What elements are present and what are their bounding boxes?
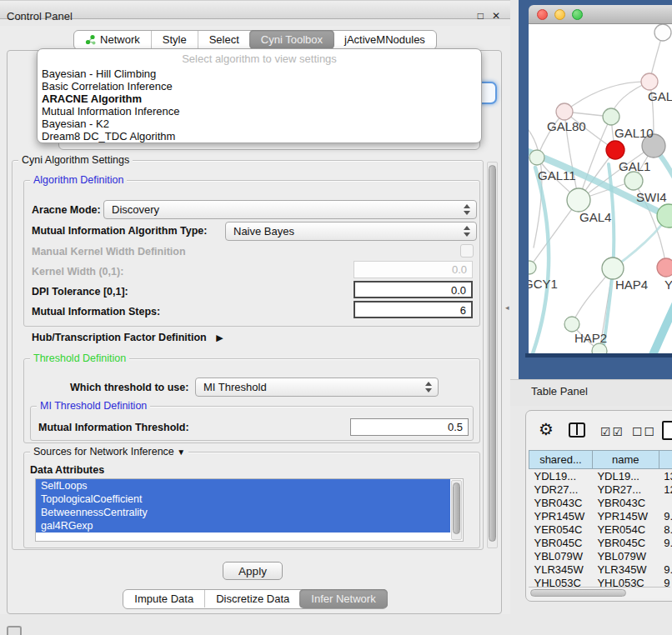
select-all-icon[interactable]: ☑☑ <box>600 425 624 438</box>
mi-steps-field[interactable]: 6 <box>354 301 473 318</box>
dropdown-item[interactable]: Bayesian - K2 <box>38 118 481 130</box>
network-node[interactable] <box>602 258 624 279</box>
network-node[interactable] <box>556 103 573 120</box>
network-node[interactable] <box>657 258 672 277</box>
table-cell[interactable]: 9. <box>659 562 672 576</box>
table-row[interactable]: YBL079WYBL079W <box>529 549 672 562</box>
table-cell[interactable]: 13 <box>659 469 672 483</box>
table-row[interactable]: YHL053CYHL053C9 <box>529 576 672 587</box>
table-cell[interactable]: 9. <box>659 509 672 522</box>
table-cell[interactable]: YPR145W <box>529 509 593 522</box>
dropdown-item[interactable]: Bayesian - Hill Climbing <box>38 68 481 80</box>
table-cell[interactable]: YLR345W <box>529 562 593 576</box>
table-cell[interactable]: YPR145W <box>592 509 659 522</box>
kernel-width-field[interactable]: 0.0 <box>354 261 473 278</box>
table-cell[interactable]: YBL079W <box>592 549 659 562</box>
tab-network[interactable]: Network <box>74 31 151 48</box>
dropdown-item[interactable]: Dream8 DC_TDC Algorithm <box>38 130 481 142</box>
network-edge[interactable] <box>564 82 649 112</box>
network-graph[interactable]: GALGAL80GAL10GAL1GAL11SWI4GAL4GCY1HAP4YH… <box>529 24 672 353</box>
table-cell[interactable]: YHL053C <box>592 576 659 587</box>
column-header-shared-name[interactable]: shared... <box>529 451 593 469</box>
table-cell[interactable]: 9 <box>659 576 672 587</box>
table-row[interactable]: YBR043CYBR043C <box>529 496 672 509</box>
which-threshold-combo[interactable]: MI Threshold <box>195 378 439 397</box>
table-cell[interactable]: YER054C <box>592 522 659 536</box>
table-cell[interactable]: YBR043C <box>592 496 659 509</box>
tab-infer-network[interactable]: Infer Network <box>299 589 387 608</box>
tab-impute-data[interactable]: Impute Data <box>123 590 204 608</box>
table-cell[interactable]: YBR043C <box>529 496 593 509</box>
table-cell[interactable]: 8. <box>659 522 672 536</box>
deselect-all-icon[interactable]: ☐☐ <box>632 425 656 438</box>
table-row[interactable]: YPR145WYPR145W9. <box>529 509 672 522</box>
network-node[interactable] <box>657 204 672 228</box>
columns-icon[interactable] <box>569 422 585 438</box>
table-cell[interactable]: YER054C <box>529 522 593 536</box>
table-cell[interactable]: 12 <box>659 482 672 496</box>
dpi-tolerance-field[interactable]: 0.0 <box>354 281 473 298</box>
table-cell[interactable]: YBR045C <box>592 536 659 549</box>
list-item[interactable]: SelfLoops <box>36 479 450 492</box>
document-icon[interactable] <box>662 421 672 440</box>
network-node[interactable] <box>606 141 624 159</box>
table-row[interactable]: YER054CYER054C8. <box>529 522 672 536</box>
table-cell[interactable]: YBL079W <box>529 549 593 562</box>
attributes-scrollbar[interactable] <box>451 480 462 540</box>
network-edge[interactable] <box>649 291 672 353</box>
tab-discretize-data[interactable]: Discretize Data <box>204 590 300 608</box>
tab-style[interactable]: Style <box>151 31 198 48</box>
table-cell[interactable] <box>659 496 672 509</box>
table-cell[interactable]: YHL053C <box>529 576 593 587</box>
tab-cyni-toolbox[interactable]: Cyni Toolbox <box>249 30 334 49</box>
splitter-collapse-icon[interactable]: ◂ <box>505 303 509 312</box>
network-node[interactable] <box>564 317 579 332</box>
table-cell[interactable]: YDL19... <box>529 469 593 483</box>
table-cell[interactable]: YDR27... <box>529 482 593 496</box>
table-row[interactable]: YDL19...YDL19...13 <box>529 469 672 483</box>
network-node[interactable] <box>654 24 671 41</box>
network-node[interactable] <box>624 172 643 190</box>
close-traffic-light-icon[interactable] <box>537 9 548 20</box>
dropdown-item[interactable]: Basic Correlation Inference <box>38 80 481 92</box>
apply-button[interactable]: Apply <box>223 562 283 580</box>
table-row[interactable]: YBR045CYBR045C9. <box>529 536 672 549</box>
network-canvas[interactable]: GALGAL80GAL10GAL1GAL11SWI4GAL4GCY1HAP4YH… <box>529 24 672 353</box>
scrollbar-thumb[interactable] <box>489 165 496 542</box>
tab-select[interactable]: Select <box>198 31 250 48</box>
chevron-right-icon[interactable]: ▶ <box>216 332 223 343</box>
network-node[interactable] <box>641 73 658 90</box>
list-item[interactable]: TopologicalCoefficient <box>36 492 450 506</box>
minimize-traffic-light-icon[interactable] <box>554 9 565 20</box>
float-window-icon[interactable]: □ <box>478 10 484 22</box>
scrollbar-thumb[interactable] <box>530 589 626 597</box>
network-node[interactable] <box>529 150 544 165</box>
scrollbar-thumb[interactable] <box>453 482 460 534</box>
column-header-cut[interactable] <box>659 451 672 469</box>
table-cell[interactable]: YBR045C <box>529 536 593 549</box>
table-cell[interactable]: YLR345W <box>592 562 659 576</box>
dropdown-item-selected[interactable]: ARACNE Algorithm <box>38 92 481 105</box>
dropdown-item[interactable]: Mutual Information Inference <box>38 105 481 118</box>
aracne-mode-combo[interactable]: Discovery <box>103 200 477 219</box>
table-cell[interactable]: YDR27... <box>592 482 659 496</box>
table-cell[interactable]: YDL19... <box>592 469 659 483</box>
table-row[interactable]: YLR345WYLR345W9. <box>529 562 672 576</box>
column-header-name[interactable]: name <box>592 451 659 469</box>
manual-kernel-checkbox[interactable] <box>460 244 474 258</box>
network-node[interactable] <box>603 108 619 125</box>
chevron-down-icon[interactable]: ▼ <box>177 448 185 457</box>
settings-scrollbar[interactable] <box>487 162 498 548</box>
gear-icon[interactable]: ⚙ <box>539 419 554 439</box>
mi-type-combo[interactable]: Naive Bayes <box>225 222 477 241</box>
mi-threshold-field[interactable]: 0.5 <box>350 418 469 436</box>
zoom-traffic-light-icon[interactable] <box>572 9 583 20</box>
table-cell[interactable]: 9. <box>659 536 672 549</box>
hub-section-label[interactable]: Hub/Transcription Factor Definition ▶ <box>32 332 223 343</box>
list-item[interactable]: gal4RGexp <box>36 519 450 532</box>
tab-jactivemnodules[interactable]: jActiveMNodules <box>333 31 436 48</box>
table-cell[interactable] <box>659 549 672 562</box>
table-row[interactable]: YDR27...YDR27...12 <box>529 482 672 496</box>
network-node[interactable] <box>567 188 590 212</box>
close-icon[interactable]: ✕ <box>492 10 500 22</box>
